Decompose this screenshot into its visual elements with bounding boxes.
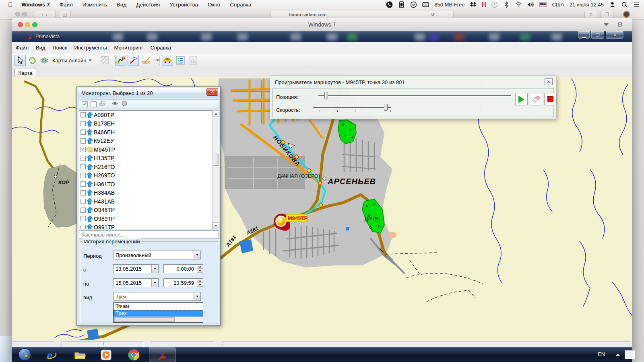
taskbar-media-player[interactable] — [99, 349, 112, 361]
volume-icon[interactable] — [527, 1, 534, 8]
vehicle-checkbox[interactable] — [80, 208, 86, 213]
vehicle-row[interactable]: ✓М945ТР — [79, 145, 219, 154]
vehicle-row[interactable]: О991ТР — [79, 223, 219, 230]
minimize-button[interactable]: ▬ — [578, 31, 590, 39]
spotlight-search-icon[interactable] — [621, 1, 628, 8]
stop-button[interactable] — [544, 93, 557, 105]
monitoring-close-button[interactable]: ✕ — [206, 88, 218, 96]
vehicle-row[interactable]: О989ТР — [79, 214, 219, 223]
crossing-app-icon[interactable] — [398, 1, 405, 8]
vehicle-row[interactable]: Н384АВ — [79, 189, 219, 197]
check-circle-icon[interactable] — [410, 1, 417, 8]
apple-menu-icon[interactable]:  — [8, 1, 12, 8]
vehicle-checkbox[interactable] — [80, 121, 86, 126]
taskbar-chrome[interactable] — [127, 349, 140, 361]
object-list-button[interactable] — [175, 55, 186, 66]
vehicle-row[interactable]: А090ТР — [79, 111, 219, 119]
menu-search[interactable]: Поиск — [49, 45, 71, 51]
vehicle-row[interactable]: Н431АВ — [79, 197, 219, 206]
vehicle-row[interactable]: Н135ТР — [79, 154, 219, 163]
cascade-windows-button[interactable] — [99, 100, 106, 108]
vehicle-list[interactable]: А090ТРВ173ЕНВ466ЕНК512ЕУ✓М945ТРН135ТРН21… — [79, 110, 219, 229]
monitoring-dialog-titlebar[interactable]: Мониторинг. Выбрано 1 из 20 — [78, 88, 220, 98]
vehicle-checkbox[interactable] — [80, 173, 86, 178]
browser-notification-badge[interactable] — [623, 11, 630, 18]
notification-center-icon[interactable] — [633, 1, 640, 8]
refresh-button[interactable] — [27, 55, 38, 66]
vm-settings-gear-icon[interactable]: ⚙ — [617, 21, 623, 29]
vehicle-list-scrollbar[interactable]: ▲ ▼ — [212, 110, 219, 229]
macos-menu-help[interactable]: Справка — [230, 2, 251, 8]
us-flag-icon[interactable] — [539, 2, 547, 7]
period-select[interactable]: Произвольный — [113, 251, 201, 259]
maps-online-dropdown[interactable]: Карты онлайн — [52, 55, 92, 66]
macos-menu-view[interactable]: Вид — [117, 2, 126, 8]
speed-slider-thumb[interactable] — [384, 104, 388, 111]
vehicles-panel-button[interactable] — [162, 55, 173, 66]
menu-tools[interactable]: Инструменты — [71, 45, 111, 51]
vehicle-row[interactable]: К512ЕУ — [79, 137, 219, 146]
input-language-label[interactable]: США — [552, 2, 564, 8]
taskbar-primavista-active[interactable] — [149, 348, 175, 362]
vm-titlebar[interactable]: Windows 7 ⚙ — [12, 18, 632, 31]
browser-url-field[interactable]: forum.curtam.com⟳ — [270, 11, 454, 18]
vehicle-checkbox[interactable] — [80, 156, 86, 161]
taskbar-explorer[interactable] — [73, 349, 86, 361]
play-button[interactable] — [515, 93, 528, 105]
position-slider-thumb[interactable] — [324, 92, 328, 99]
pause-indicator-icon[interactable] — [482, 2, 486, 7]
close-button[interactable]: ✕ — [605, 31, 624, 39]
vehicle-checkbox[interactable] — [80, 130, 86, 135]
route-player-close-button[interactable]: ✕ — [545, 78, 553, 85]
keyboard-icon[interactable] — [422, 1, 429, 8]
position-slider[interactable] — [318, 95, 511, 96]
vehicle-row[interactable]: О946ТР — [79, 206, 219, 215]
track-points-button[interactable] — [115, 55, 126, 66]
check-all-button[interactable]: ✓ — [82, 101, 88, 107]
vehicle-checkbox[interactable] — [80, 199, 86, 204]
menubar-datetime[interactable]: 21 июля 12:45 — [569, 2, 604, 8]
tray-action-center-icon[interactable] — [625, 350, 635, 359]
vehicle-row[interactable]: Н216ТО — [79, 162, 219, 171]
dropdown-option-points[interactable]: Точки — [114, 303, 203, 310]
wifi-icon[interactable] — [515, 1, 522, 8]
browser-nav-buttons[interactable]: ‹ › — [34, 11, 56, 18]
bluetooth-icon[interactable] — [503, 1, 510, 8]
vehicle-checkbox[interactable] — [80, 138, 86, 144]
vehicle-checkbox[interactable] — [80, 164, 86, 169]
start-button[interactable] — [19, 348, 31, 361]
quick-search-input[interactable] — [79, 230, 219, 239]
clear-track-button[interactable] — [530, 93, 542, 105]
tray-expand-icon[interactable] — [616, 354, 620, 356]
vehicle-row[interactable]: В466ЕН — [79, 128, 219, 137]
vehicle-checkbox[interactable] — [80, 190, 86, 195]
macos-menu-edit[interactable]: Изменить — [83, 2, 107, 8]
language-indicator[interactable]: EN — [598, 351, 605, 357]
viber-icon[interactable] — [386, 1, 393, 8]
dropdown-hscrollbar[interactable] — [114, 317, 203, 322]
hide-button[interactable] — [121, 100, 128, 108]
menu-view[interactable]: Вид — [32, 45, 49, 51]
browser-download-button[interactable]: ⇪ — [584, 11, 597, 18]
dropdown-option-track[interactable]: Трек — [114, 310, 203, 317]
app-titlebar[interactable]: PrimaVista ▬ ❐ ✕ — [12, 31, 632, 42]
measure-tool-button[interactable] — [142, 55, 159, 66]
dropbox-icon[interactable] — [470, 1, 477, 8]
select-tool-button[interactable] — [14, 55, 26, 66]
vehicle-checkbox[interactable]: ✓ — [80, 147, 86, 152]
free-space-label[interactable]: 850 MB Free — [434, 2, 464, 8]
vehicle-checkbox[interactable] — [80, 181, 86, 187]
map-layers-button[interactable] — [39, 55, 50, 66]
uncheck-all-button[interactable]: ✓ — [91, 101, 97, 107]
menu-monitoring[interactable]: Мониторинг — [111, 45, 147, 51]
macos-menu-devices[interactable]: Устройства — [169, 2, 198, 8]
to-time-spinner[interactable]: 23:59:59 — [163, 278, 203, 287]
vehicle-row[interactable]: Н361ТО — [79, 180, 219, 189]
track-direction-button[interactable] — [128, 55, 139, 66]
pattern-tool-button[interactable] — [99, 55, 110, 66]
from-time-spinner[interactable]: 0:00:00 — [163, 264, 203, 273]
macos-menu-file[interactable]: Файл — [60, 2, 73, 8]
time-machine-icon[interactable] — [491, 1, 498, 8]
to-date-select[interactable]: 15.05.2015 — [113, 278, 159, 287]
from-date-select[interactable]: 13.05.2015 — [113, 264, 159, 273]
